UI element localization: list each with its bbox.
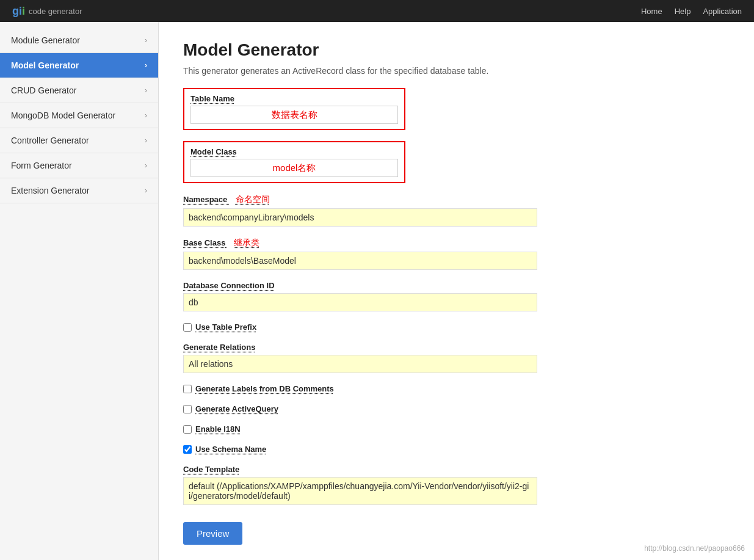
generate-activequery-checkbox[interactable] [183,405,192,413]
logo-area: gii code generator [12,5,82,18]
use-schema-name-checkbox[interactable] [183,445,192,454]
sidebar-item-form-generator[interactable]: Form Generator › [0,153,158,178]
base-class-annotation: 继承类 [234,238,259,247]
base-class-label: Base Class 继承类 [183,238,730,249]
preview-button[interactable]: Preview [183,522,242,545]
namespace-label: Namespace 命名空间 [183,194,730,205]
sidebar-item-module-generator[interactable]: Module Generator › [0,28,158,53]
nav-home[interactable]: Home [641,7,662,16]
namespace-group: Namespace 命名空间 backend\companyLibrary\mo… [183,194,730,227]
enable-i18n-group: Enable I18N [183,424,730,434]
top-nav: gii code generator Home Help Application [0,0,754,22]
sidebar-item-label: Module Generator [11,35,80,45]
db-connection-value: db [183,293,537,311]
base-class-value: backend\models\BaseModel [183,252,537,270]
table-name-label: Table Name [190,94,398,103]
sidebar-item-label: CRUD Generator [11,85,76,95]
chevron-right-icon: › [145,36,147,45]
sidebar-item-model-generator[interactable]: Model Generator › [0,53,158,78]
main-content: Model Generator This generator generates… [159,22,754,560]
chevron-right-icon: › [145,161,147,170]
namespace-annotation: 命名空间 [236,194,270,204]
generate-labels-group: Generate Labels from DB Comments [183,384,730,393]
table-name-input[interactable] [190,106,398,124]
sidebar-item-label: Form Generator [11,161,72,170]
generate-activequery-label: Generate ActiveQuery [195,404,278,413]
page-description: This generator generates an ActiveRecord… [183,66,730,76]
use-table-prefix-label: Use Table Prefix [195,322,256,332]
table-name-group: Table Name 数据表名称 [183,88,405,130]
enable-i18n-checkbox[interactable] [183,425,192,434]
nav-help[interactable]: Help [675,7,691,16]
code-template-value: default (/Applications/XAMPP/xamppfiles/… [183,477,537,505]
generate-activequery-group: Generate ActiveQuery [183,404,730,413]
chevron-right-icon: › [145,186,147,195]
code-template-group: Code Template default (/Applications/XAM… [183,465,730,505]
db-connection-group: Database Connection ID db [183,281,730,311]
logo-subtitle: code generator [29,7,82,16]
use-table-prefix-checkbox[interactable] [183,323,192,332]
watermark: http://blog.csdn.net/paopao666 [644,544,745,553]
logo: gii [12,5,25,18]
sidebar-item-extension-generator[interactable]: Extension Generator › [0,178,158,203]
generate-relations-group: Generate Relations All relations [183,343,730,373]
db-connection-label: Database Connection ID [183,281,730,290]
model-class-label: Model Class [190,147,398,156]
model-class-input[interactable] [190,159,398,177]
code-template-label: Code Template [183,465,730,474]
page-title: Model Generator [183,40,730,60]
chevron-right-icon: › [145,111,147,120]
sidebar-item-mongodb-model-generator[interactable]: MongoDB Model Generator › [0,103,158,128]
sidebar-item-label: Extension Generator [11,186,89,195]
generate-relations-value: All relations [183,355,537,373]
sidebar-item-label: Controller Generator [11,136,89,145]
chevron-right-icon: › [145,61,147,70]
generate-labels-label: Generate Labels from DB Comments [195,384,334,393]
use-schema-name-label: Use Schema Name [195,445,266,454]
base-class-group: Base Class 继承类 backend\models\BaseModel [183,238,730,270]
sidebar: Module Generator › Model Generator › CRU… [0,22,159,560]
namespace-value: backend\companyLibrary\models [183,208,537,227]
sidebar-item-label: Model Generator [11,60,79,70]
chevron-right-icon: › [145,86,147,95]
enable-i18n-label: Enable I18N [195,424,241,434]
generate-relations-label: Generate Relations [183,343,730,352]
sidebar-item-crud-generator[interactable]: CRUD Generator › [0,78,158,103]
generate-labels-checkbox[interactable] [183,385,192,393]
nav-application[interactable]: Application [703,7,742,16]
use-table-prefix-group: Use Table Prefix [183,322,730,332]
sidebar-item-label: MongoDB Model Generator [11,111,115,120]
chevron-right-icon: › [145,136,147,145]
model-class-group: Model Class model名称 [183,141,405,183]
use-schema-name-group: Use Schema Name [183,445,730,454]
sidebar-item-controller-generator[interactable]: Controller Generator › [0,128,158,153]
